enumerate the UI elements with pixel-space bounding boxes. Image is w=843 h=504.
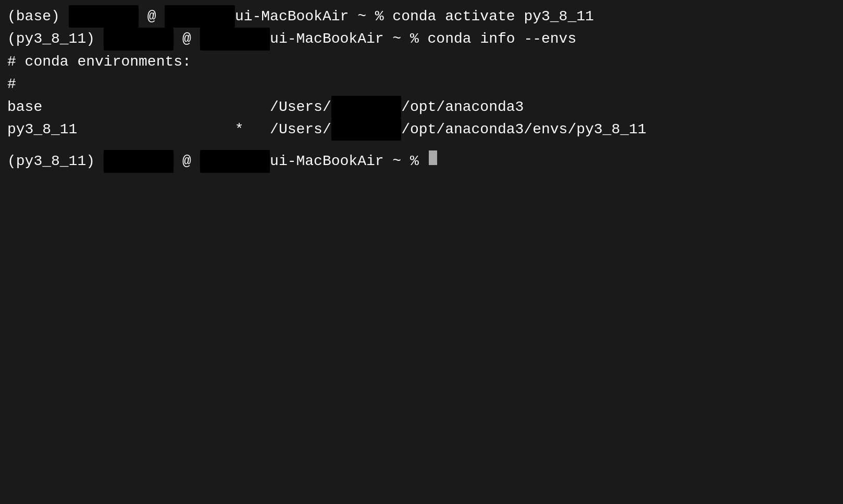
redacted-hostname-3: ████████ <box>200 150 270 172</box>
terminal-line-6: py3_8_11 * /Users/████████/opt/anaconda3… <box>7 118 836 141</box>
terminal-line-5: base /Users/████████/opt/anaconda3 <box>7 96 836 118</box>
terminal-line-1: (base) ████████ @ ████████ui-MacBookAir … <box>7 5 836 28</box>
env-py3-path: /opt/anaconda3/envs/py3_8_11 <box>401 118 646 141</box>
command-2: ui-MacBookAir ~ % conda info --envs <box>270 28 576 50</box>
command-1: ui-MacBookAir ~ % conda activate py3_8_1… <box>235 5 594 28</box>
prompt-base: (base) <box>7 5 69 28</box>
redacted-hostname-1: ████████ <box>165 5 234 28</box>
redacted-hostname-2: ████████ <box>200 28 270 50</box>
terminal-blank-line <box>7 141 836 150</box>
at-sign-3: @ <box>173 150 200 172</box>
terminal-window[interactable]: (base) ████████ @ ████████ui-MacBookAir … <box>7 5 836 499</box>
redacted-username-2: ████████ <box>104 28 173 50</box>
terminal-line-3: # conda environments: <box>7 51 836 73</box>
output-hash: # <box>7 73 16 95</box>
redacted-username-1: ████████ <box>69 5 139 28</box>
prompt-py3: (py3_8_11) <box>7 28 104 50</box>
at-sign-1: @ <box>139 5 165 28</box>
terminal-line-2: (py3_8_11) ████████ @ ████████ui-MacBook… <box>7 28 836 50</box>
env-base-path: /opt/anaconda3 <box>401 96 524 118</box>
redacted-username-5: ████████ <box>104 150 173 172</box>
at-sign-2: @ <box>173 28 200 50</box>
redacted-username-3: ████████ <box>331 96 401 118</box>
redacted-username-4: ████████ <box>331 118 401 141</box>
prompt-current: (py3_8_11) <box>7 150 104 172</box>
env-base-name: base /Users/ <box>7 96 331 118</box>
terminal-cursor <box>429 150 437 165</box>
terminal-line-7: (py3_8_11) ████████ @ ████████ui-MacBook… <box>7 150 836 172</box>
terminal-line-4: # <box>7 73 836 95</box>
prompt-path: ui-MacBookAir ~ % <box>270 150 427 172</box>
env-py3-name: py3_8_11 * /Users/ <box>7 118 331 141</box>
output-header: # conda environments: <box>7 51 191 73</box>
